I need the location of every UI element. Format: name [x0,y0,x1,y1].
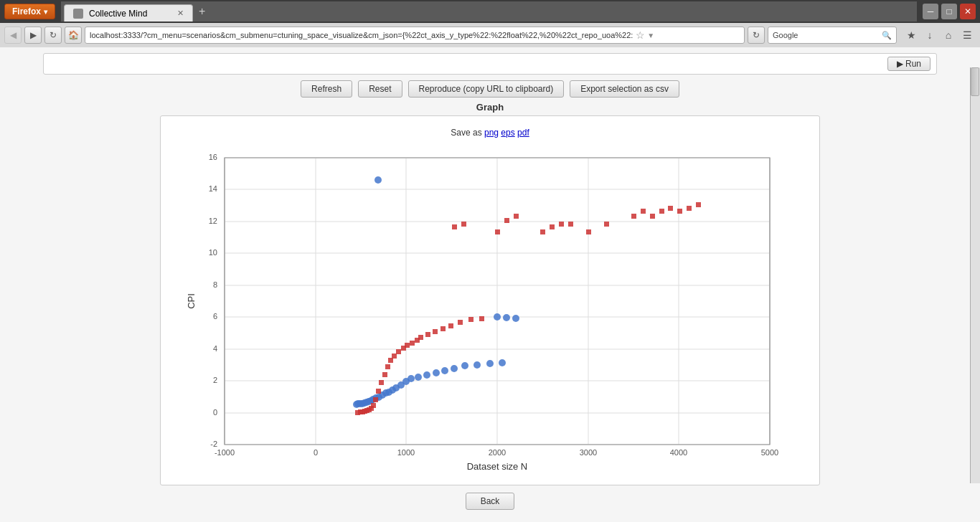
svg-rect-80 [382,372,387,377]
minimize-button[interactable]: ─ [923,4,938,19]
forward-nav-button[interactable]: ▶ [24,27,42,44]
svg-text:3000: 3000 [580,448,597,457]
svg-text:0: 0 [314,448,318,457]
svg-rect-93 [448,323,453,328]
firefox-menu-button[interactable]: Firefox [4,4,55,19]
active-tab[interactable]: Collective Mind ✕ [64,4,193,22]
graph-label: Graph [43,102,937,113]
refresh-nav-button[interactable]: ↻ [748,27,765,44]
graph-container: Save as png eps pdf [160,115,820,485]
svg-point-61 [461,362,468,369]
svg-point-63 [486,360,494,367]
svg-point-62 [473,361,481,369]
svg-rect-95 [468,317,473,322]
reset-button[interactable]: Reset [358,80,402,98]
menu-icon[interactable]: ☰ [958,27,976,44]
download-icon[interactable]: ↓ [921,27,938,44]
top-bar-button[interactable]: ▶ Run [887,57,930,71]
svg-text:6: 6 [213,312,217,321]
refresh-button[interactable]: Refresh [301,80,352,98]
scrollbar[interactable] [970,67,980,483]
svg-point-66 [503,314,510,321]
reload-nav-button[interactable]: ↻ [44,27,62,44]
back-nav-button[interactable]: ◀ [4,27,22,44]
svg-rect-92 [440,326,446,331]
address-bar[interactable]: localhost:3333/?cm_menu=scenarios&cm_sub… [85,27,745,44]
svg-rect-77 [373,397,378,402]
svg-point-57 [423,371,430,379]
export-button[interactable]: Export selection as csv [570,80,679,98]
svg-text:-1000: -1000 [215,448,235,457]
search-icon: 🔍 [882,31,892,40]
svg-rect-78 [376,389,381,394]
svg-rect-91 [433,329,438,334]
tab-bar: Collective Mind ✕ + [61,1,917,22]
svg-rect-83 [392,353,397,359]
bookmark-icon[interactable]: ★ [903,27,920,44]
save-eps-link[interactable]: eps [501,128,514,138]
svg-text:Dataset size N: Dataset size N [467,461,528,472]
search-engine-name: Google [773,31,798,39]
tab-title: Collective Mind [89,9,147,19]
tab-close-button[interactable]: ✕ [177,9,184,18]
svg-text:4000: 4000 [670,448,687,457]
svg-text:-2: -2 [210,440,217,448]
scatter-chart: -2 0 2 4 6 8 10 12 14 16 [182,143,798,473]
svg-text:8: 8 [213,280,217,289]
svg-rect-106 [586,229,591,234]
svg-text:5000: 5000 [761,448,778,457]
nav-bar: ◀ ▶ ↻ 🏠 localhost:3333/?cm_menu=scenario… [0,23,980,47]
bookmark-star-icon[interactable]: ☆ [633,28,647,42]
svg-point-60 [451,365,458,372]
svg-text:10: 10 [209,248,217,257]
svg-rect-105 [568,222,573,227]
svg-point-68 [374,176,382,184]
reproduce-button[interactable]: Reproduce (copy URL to clipboard) [408,80,565,98]
scroll-thumb[interactable] [971,67,979,96]
save-as-row: Save as png eps pdf [172,128,808,138]
svg-rect-110 [650,214,655,219]
svg-point-67 [512,315,519,322]
svg-text:1000: 1000 [397,448,415,457]
svg-rect-102 [540,229,545,234]
svg-text:16: 16 [209,153,217,161]
tab-favicon [73,9,83,19]
svg-rect-100 [504,218,509,223]
svg-rect-86 [405,343,410,348]
svg-rect-109 [641,209,646,214]
save-png-link[interactable]: png [484,128,499,138]
svg-rect-103 [550,224,555,229]
svg-rect-108 [631,214,636,219]
svg-rect-90 [425,332,430,337]
svg-rect-84 [396,349,401,354]
home-button[interactable]: 🏠 [65,27,82,44]
svg-rect-114 [687,206,692,211]
save-pdf-link[interactable]: pdf [517,128,529,138]
close-button[interactable]: ✕ [960,4,976,19]
toolbar-icons: ★ ↓ ⌂ ☰ [903,27,976,44]
top-bar: ▶ Run [43,53,937,75]
svg-point-65 [494,313,501,321]
svg-rect-81 [385,364,390,369]
new-tab-button[interactable]: + [193,5,211,18]
svg-rect-112 [668,206,673,211]
svg-rect-101 [514,214,519,219]
address-text: localhost:3333/?cm_menu=scenarios&cm_sub… [90,31,633,39]
svg-text:2000: 2000 [489,448,506,457]
home-toolbar-icon[interactable]: ⌂ [940,27,957,44]
svg-text:CPI: CPI [186,293,197,309]
svg-point-55 [407,375,415,382]
svg-rect-82 [388,358,393,363]
svg-point-58 [433,369,440,376]
back-row: Back [43,493,937,510]
svg-text:0: 0 [213,408,217,417]
svg-point-64 [499,359,506,366]
browser-chrome: Firefox Collective Mind ✕ + ─ □ ✕ ◀ ▶ ↻ … [0,0,980,47]
content-area: ▶ Run Refresh Reset Reproduce (copy URL … [0,47,980,522]
search-bar[interactable]: Google 🔍 [768,27,897,44]
svg-rect-111 [659,209,664,214]
svg-text:2: 2 [213,376,217,384]
back-button[interactable]: Back [466,493,515,510]
maximize-button[interactable]: □ [941,4,957,19]
page-wrapper: ▶ Run Refresh Reset Reproduce (copy URL … [0,47,980,522]
